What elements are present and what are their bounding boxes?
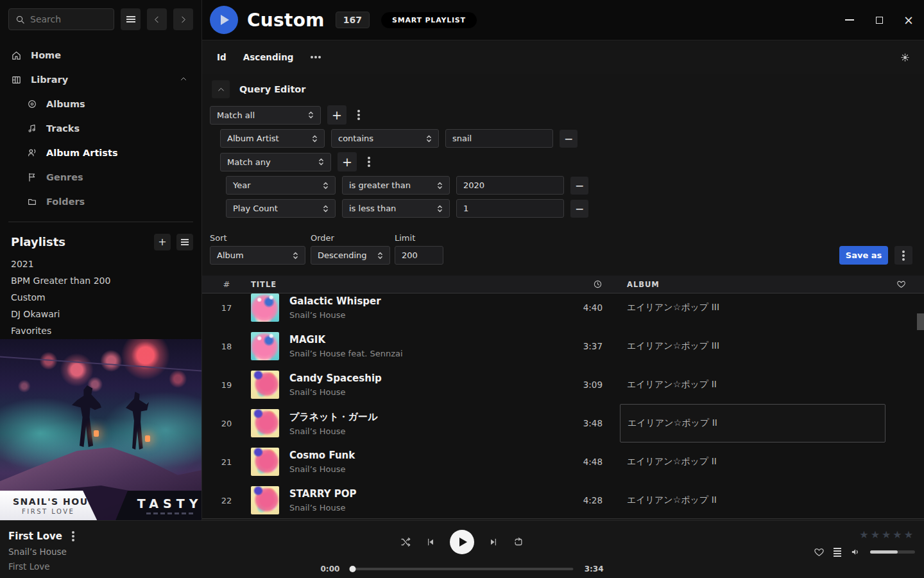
playlist-item[interactable]: 2021 — [0, 256, 201, 272]
add-playlist-button[interactable]: + — [154, 234, 171, 250]
remove-condition-button[interactable]: − — [560, 130, 578, 148]
collapse-query-button[interactable] — [212, 80, 230, 98]
settings-button[interactable] — [900, 53, 910, 65]
remove-condition-button[interactable]: − — [570, 177, 588, 195]
next-button[interactable] — [488, 537, 499, 547]
condition-field-select[interactable]: Year — [226, 176, 336, 195]
track-album-focused-cell[interactable]: エイリアン☆ポップ II — [620, 404, 886, 442]
table-row[interactable]: 21 Cosmo FunkSnail’s House 4:48 エイリアン☆ポッ… — [202, 442, 924, 481]
group-menu-button[interactable] — [363, 153, 375, 171]
playlist-item[interactable]: Favorites — [0, 322, 201, 339]
nav-back-button[interactable] — [147, 8, 167, 30]
column-favorite[interactable] — [886, 279, 924, 289]
column-duration[interactable] — [560, 279, 605, 289]
nav-forward-button[interactable] — [173, 8, 193, 30]
collapse-toggle[interactable] — [180, 74, 187, 85]
table-row[interactable]: 19 Candy SpaceshipSnail’s House 3:09 エイリ… — [202, 365, 924, 404]
star-icon[interactable]: ★ — [904, 529, 915, 541]
play-pause-button[interactable] — [450, 530, 474, 554]
star-icon[interactable]: ★ — [882, 529, 893, 541]
shuffle-button[interactable] — [400, 536, 411, 548]
table-row[interactable]: 20 プラネット・ガールSnail’s House 3:48 エイリアン☆ポップ… — [202, 404, 924, 442]
sort-field-button[interactable]: Id — [217, 52, 227, 62]
playlist-item[interactable]: DJ Okawari — [0, 306, 201, 322]
minimize-button[interactable] — [844, 15, 855, 25]
sidebar-item-albums[interactable]: Albums — [0, 92, 201, 116]
main-content: Custom 167 SMART PLAYLIST × Id Ascending… — [202, 0, 924, 520]
track-album[interactable]: エイリアン☆ポップ II — [620, 442, 886, 481]
add-condition-button[interactable]: + — [327, 105, 346, 125]
match-type-select[interactable]: Match all — [210, 106, 321, 125]
rating-stars[interactable]: ★★★★★ — [859, 529, 915, 541]
updown-icon — [312, 134, 318, 143]
condition-operator-select[interactable]: is greater than — [342, 176, 450, 195]
condition-operator-select[interactable]: is less than — [342, 199, 450, 218]
star-icon[interactable]: ★ — [871, 529, 882, 541]
search-input[interactable] — [30, 14, 101, 24]
queue-button[interactable] — [834, 548, 841, 557]
previous-button[interactable] — [425, 537, 436, 547]
star-icon[interactable]: ★ — [893, 529, 903, 541]
search-box[interactable] — [8, 8, 114, 30]
condition-field-select[interactable]: Play Count — [226, 199, 336, 218]
condition-value-input[interactable] — [456, 176, 564, 195]
maximize-icon — [876, 17, 883, 24]
volume-slider[interactable] — [870, 550, 915, 554]
seek-bar[interactable] — [351, 568, 574, 570]
track-title: MAGIK — [289, 334, 554, 346]
table-row[interactable]: 18 MAGIKSnail’s House feat. Sennzai 3:37… — [202, 327, 924, 365]
sort-order-button[interactable]: Ascending — [243, 52, 294, 62]
column-title[interactable]: TITLE — [251, 280, 560, 289]
save-as-button[interactable]: Save as — [839, 246, 888, 265]
track-album[interactable]: エイリアン☆ポップ III — [620, 327, 886, 365]
star-icon[interactable]: ★ — [859, 529, 870, 541]
match-type-select[interactable]: Match any — [220, 153, 331, 171]
table-row[interactable]: 17 Galactic WhisperSnail’s House 4:40 エイ… — [202, 293, 924, 327]
track-duration: 4:40 — [560, 302, 605, 313]
play-playlist-button[interactable] — [210, 6, 238, 34]
query-menu-button[interactable] — [894, 246, 912, 265]
limit-input[interactable] — [395, 246, 443, 265]
repeat-button[interactable] — [513, 536, 524, 548]
table-row[interactable]: 22 STARRY POPSnail’s House 4:28 エイリアン☆ポッ… — [202, 481, 924, 518]
sidebar-item-library[interactable]: Library — [0, 67, 201, 92]
more-options-icon[interactable] — [314, 56, 317, 58]
sidebar-item-folders[interactable]: Folders — [0, 189, 201, 214]
seek-handle[interactable] — [350, 566, 356, 572]
playlist-item[interactable]: Custom — [0, 289, 201, 306]
sidebar-item-album-artists[interactable]: Album Artists — [0, 141, 201, 165]
condition-field-select[interactable]: Album Artist — [220, 129, 325, 148]
menu-button[interactable] — [121, 8, 141, 30]
query-sort-select[interactable]: Album — [210, 246, 305, 265]
condition-value-input[interactable] — [445, 129, 553, 148]
updown-icon — [437, 181, 443, 190]
track-album[interactable]: エイリアン☆ポップ II — [620, 365, 886, 404]
vertical-scrollbar-thumb[interactable] — [917, 313, 924, 330]
query-group-row: Match all + — [210, 105, 912, 125]
group-menu-button[interactable] — [353, 106, 364, 124]
sidebar-item-tracks[interactable]: Tracks — [0, 116, 201, 141]
track-album[interactable]: エイリアン☆ポップ II — [620, 481, 886, 518]
query-order-select[interactable]: Descending — [311, 246, 390, 265]
remove-condition-button[interactable]: − — [570, 200, 588, 218]
column-album[interactable]: ALBUM — [605, 280, 886, 289]
favorite-button[interactable] — [814, 547, 825, 557]
maximize-button[interactable] — [874, 15, 884, 25]
sidebar-item-home[interactable]: Home — [0, 43, 201, 67]
volume-fill — [870, 550, 898, 554]
playlist-list-button[interactable] — [176, 234, 193, 250]
column-number[interactable]: # — [202, 279, 251, 289]
sidebar-item-genres[interactable]: Genres — [0, 165, 201, 189]
playlist-item[interactable]: BPM Greater than 200 — [0, 272, 201, 289]
track-album[interactable]: エイリアン☆ポップ III — [620, 293, 886, 327]
condition-value-input[interactable] — [456, 199, 564, 218]
shuffle-icon — [400, 536, 411, 548]
now-playing-menu-button[interactable] — [72, 535, 74, 538]
track-artist: Snail’s House — [289, 426, 554, 436]
track-number: 21 — [202, 457, 251, 467]
add-condition-button[interactable]: + — [338, 152, 357, 171]
close-button[interactable]: × — [903, 15, 914, 25]
volume-icon[interactable] — [850, 547, 861, 557]
condition-operator-select[interactable]: contains — [331, 129, 439, 148]
track-number: 22 — [202, 496, 251, 505]
